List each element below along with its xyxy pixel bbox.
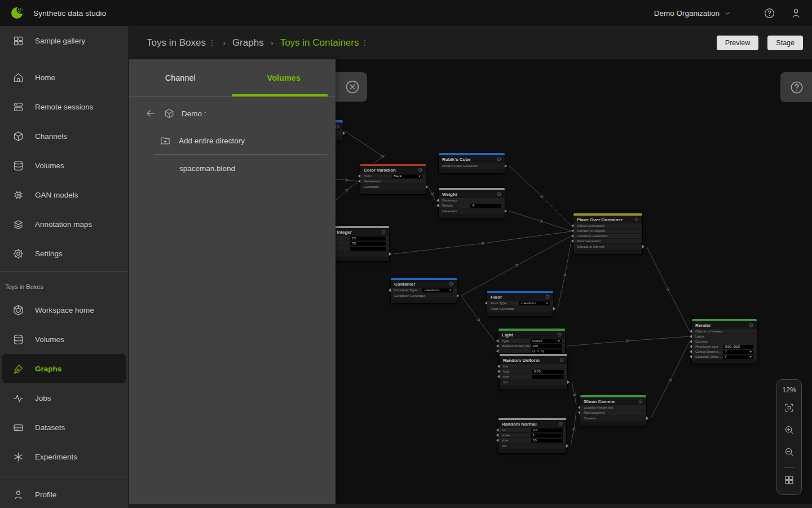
breadcrumb-item[interactable]: Toys in Boxes	[147, 37, 216, 49]
graph-node-weight[interactable]: WeightGeneratorWeight4Generator	[439, 188, 505, 218]
user-icon[interactable]	[790, 7, 802, 19]
sidebar-item-volumes[interactable]: Volumes	[0, 151, 128, 180]
canvas-help-button[interactable]	[780, 72, 812, 102]
node-value-field[interactable]: 50	[350, 242, 386, 246]
graph-node-color-variation[interactable]: Color VariationColorBlackGeneratorsGener…	[360, 164, 426, 194]
sidebar-item-volumes[interactable]: Volumes	[0, 325, 128, 354]
node-value-field[interactable]: 4	[470, 204, 501, 208]
node-input-row: Radiant Power (W)100	[498, 344, 565, 348]
tab-volumes[interactable]: Volumes	[232, 59, 336, 96]
sidebar-divider	[0, 59, 128, 59]
node-title-text: Light	[502, 332, 513, 338]
graph-node-random-normal[interactable]: Random Normalloc3.0scale1size10out	[498, 418, 566, 453]
node-input-row: size10	[498, 438, 566, 443]
org-selector[interactable]: Demo Organization	[654, 9, 732, 17]
graph-node-rubiks-cube[interactable]: Rubik's CubeRubik's Cube Generator	[439, 153, 505, 173]
node-input-row: Objects of Interest	[692, 329, 757, 334]
sidebar-item-profile[interactable]: Profile	[0, 480, 128, 508]
fit-to-screen-icon[interactable]	[784, 402, 795, 413]
node-row-label: Camera	[695, 340, 753, 343]
node-value-field[interactable]: <random>	[422, 288, 453, 292]
node-input-row: Generators	[360, 179, 426, 183]
node-value-field[interactable]: F	[723, 355, 753, 359]
zoom-in-icon[interactable]	[784, 424, 795, 435]
sidebar-item-datasets[interactable]: Datasets	[0, 413, 128, 442]
sidebar-item-sample-gallery[interactable]: Sample gallery	[0, 26, 128, 55]
node-info-icon	[381, 230, 386, 234]
node-value-field[interactable]: Black	[392, 174, 422, 178]
zoom-level: 12%	[782, 386, 796, 394]
zoom-out-icon[interactable]	[784, 446, 795, 457]
node-title-text: 50mm Camera	[584, 399, 615, 404]
node-title: Rubik's Cube	[439, 155, 505, 163]
node-row-label: Collect Depth and Normal Ma...	[695, 350, 723, 353]
node-value-field[interactable]: 15	[350, 237, 386, 240]
sidebar-item-label: Jobs	[35, 394, 51, 402]
node-value-text: 10	[533, 439, 537, 443]
node-row-label: Floor Type	[491, 301, 519, 305]
volume-root-row[interactable]: Demo :	[129, 100, 336, 127]
sidebar-item-workspace-home[interactable]: Workspace home	[0, 295, 128, 325]
breadcrumb-item[interactable]: Graphs	[232, 37, 264, 49]
sidebar-item-channels[interactable]: Channels	[0, 121, 128, 151]
sidebar-item-remote-sessions[interactable]: Remote sessions	[0, 92, 128, 121]
graph-node-render[interactable]: RenderObjects of InterestLightsCameraRes…	[692, 319, 757, 364]
node-input-row: Object Generators	[573, 224, 642, 228]
graph-edge	[336, 179, 358, 181]
node-row-label: Container Generator	[394, 294, 453, 297]
graph-node-random-uniform[interactable]: Random Uniformlowhigh0.70sizeout	[500, 354, 567, 389]
minimap-grid-icon[interactable]	[784, 475, 795, 485]
sidebar-item-settings[interactable]: Settings	[0, 239, 128, 268]
node-row-label: Objects of Interest	[577, 245, 639, 248]
node-value-field[interactable]: 100	[531, 344, 562, 348]
folder-plus-icon	[160, 135, 171, 146]
graph-node-container[interactable]: ContainerContainer Type<random>Container…	[391, 278, 457, 303]
stage-button[interactable]: Stage	[767, 36, 803, 50]
node-row-label: Generator	[364, 185, 422, 189]
volume-cube-icon	[164, 108, 175, 119]
sidebar-item-label: Annotation maps	[35, 220, 92, 229]
sidebar-item-gan-models[interactable]: GAN models	[0, 180, 128, 209]
sidebar-item-home[interactable]: Home	[0, 63, 128, 92]
node-value-field[interactable]: 3.0	[531, 428, 563, 432]
node-title-text: Place Over Container	[577, 217, 623, 222]
breadcrumb-item[interactable]: Toys in Containers	[280, 37, 369, 49]
node-value-field[interactable]: T	[723, 350, 753, 354]
top-app-bar: Synthetic data studio Demo Organization	[0, 0, 812, 26]
node-value-field[interactable]: 10	[531, 439, 563, 443]
file-item[interactable]: spaceman.blend	[129, 155, 336, 182]
graph-edge	[558, 241, 571, 309]
sidebar-item-label: Experiments	[35, 453, 77, 461]
tab-channel[interactable]: Channel	[129, 59, 232, 96]
sidebar-item-jobs[interactable]: Jobs	[0, 383, 128, 413]
graph-node-camera-50mm[interactable]: 50mm CameraLocation Height (m)Roll (degr…	[580, 395, 646, 426]
node-value-field[interactable]	[350, 247, 386, 251]
node-row-label: Number of Objects	[577, 229, 639, 233]
node-input-row: Weight4	[439, 203, 505, 208]
node-value-field[interactable]: [500, 500]	[723, 345, 753, 349]
sidebar-item-label: Profile	[35, 491, 56, 499]
node-value-field[interactable]: 0.70	[532, 370, 564, 374]
node-info-icon	[497, 192, 501, 196]
graph-node-floor[interactable]: FloorFloor Type<random>Floor Generator	[487, 291, 553, 316]
preview-button[interactable]: Preview	[717, 36, 758, 50]
sidebar-item-graphs[interactable]: Graphs	[2, 354, 126, 383]
layers-icon	[12, 218, 24, 230]
add-directory-button[interactable]: Add entire directory	[129, 127, 336, 154]
node-row-label: Location Height (m)	[584, 406, 643, 409]
node-value-field[interactable]: <random>	[519, 301, 550, 305]
dropdown-caret-icon	[449, 290, 452, 291]
sidebar-item-annotation-maps[interactable]: Annotation maps	[0, 209, 128, 239]
node-row-label: low	[503, 365, 564, 368]
sidebar-item-label: Settings	[35, 249, 63, 258]
node-value-field[interactable]: 1	[531, 433, 563, 437]
node-value-field[interactable]: POINT	[531, 339, 562, 343]
help-icon[interactable]	[764, 7, 775, 19]
graph-edge	[461, 236, 571, 296]
node-value-field[interactable]	[532, 375, 564, 379]
graph-node-place-over-container[interactable]: Place Over ContainerObject GeneratorsNum…	[573, 213, 642, 254]
node-value-field[interactable]: (1, 1, 1)	[531, 349, 562, 353]
node-title: Random Uniform	[500, 356, 567, 364]
arrow-left-icon[interactable]	[145, 108, 156, 119]
sidebar-item-experiments[interactable]: Experiments	[0, 442, 128, 471]
